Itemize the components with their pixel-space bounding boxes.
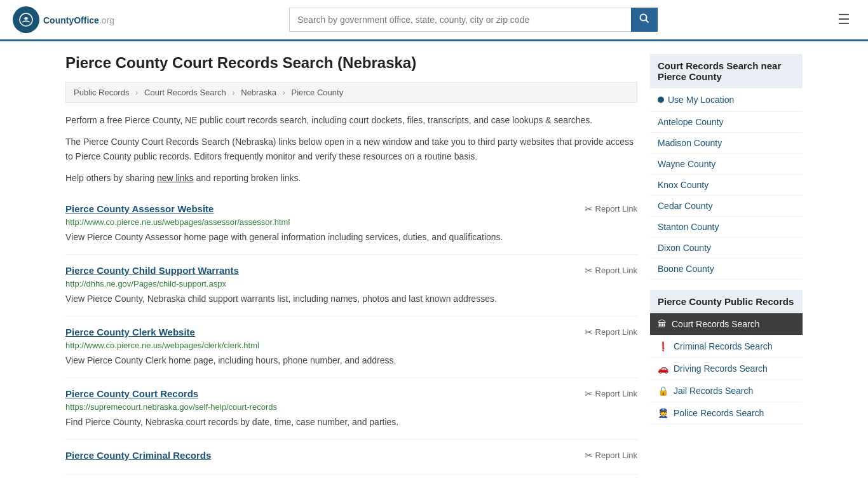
search-button[interactable] xyxy=(631,8,658,32)
result-description: Find Pierce County, Nebraska court recor… xyxy=(65,416,637,429)
sidebar-county-link[interactable]: Boone County xyxy=(658,264,714,274)
result-url[interactable]: http://www.co.pierce.ne.us/webpages/asse… xyxy=(65,217,637,227)
result-title[interactable]: Pierce County Assessor Website xyxy=(65,203,214,214)
svg-line-3 xyxy=(646,20,649,23)
list-item: Knox County xyxy=(650,175,803,196)
result-item: Pierce County Court Records ✂ Report Lin… xyxy=(65,378,637,440)
svg-point-2 xyxy=(641,15,647,21)
result-title[interactable]: Pierce County Clerk Website xyxy=(65,327,195,337)
report-link-button[interactable]: ✂ Report Link xyxy=(585,450,637,461)
sidebar-jail-records-search[interactable]: 🔒 Jail Records Search xyxy=(650,380,803,402)
sidebar-county-link[interactable]: Wayne County xyxy=(658,159,715,169)
description-3: Help others by sharing new links and rep… xyxy=(65,171,637,185)
breadcrumb-court-records-search[interactable]: Court Records Search xyxy=(144,88,226,97)
search-form xyxy=(289,8,658,32)
broken-link-icon: ✂ xyxy=(585,265,593,276)
result-item: Pierce County Assessor Website ✂ Report … xyxy=(65,193,637,255)
report-link-button[interactable]: ✂ Report Link xyxy=(585,203,637,215)
sidebar-use-my-location[interactable]: Use My Location xyxy=(650,88,803,112)
site-header: CountyOffice.org ☰ xyxy=(0,0,868,41)
logo-icon xyxy=(13,6,39,33)
jail-records-search-link[interactable]: Jail Records Search xyxy=(674,386,753,396)
list-item: Dixon County xyxy=(650,238,803,259)
main-container: Pierce County Court Records Search (Nebr… xyxy=(53,41,815,487)
result-item: Pierce County Clerk Website ✂ Report Lin… xyxy=(65,316,637,378)
description-1: Perform a free Pierce County, NE public … xyxy=(65,113,637,127)
sidebar-county-link[interactable]: Stanton County xyxy=(658,222,719,232)
content-area: Pierce County Court Records Search (Nebr… xyxy=(65,54,637,475)
result-item: Pierce County Criminal Records ✂ Report … xyxy=(65,440,637,475)
logo[interactable]: CountyOffice.org xyxy=(13,6,114,33)
list-item: Stanton County xyxy=(650,217,803,238)
result-title[interactable]: Pierce County Court Records xyxy=(65,388,198,399)
report-link-button[interactable]: ✂ Report Link xyxy=(585,327,637,338)
logo-text: CountyOffice.org xyxy=(43,13,114,27)
report-link-button[interactable]: ✂ Report Link xyxy=(585,265,637,276)
sidebar-nearby-counties: Antelope County Madison County Wayne Cou… xyxy=(650,112,803,280)
location-icon xyxy=(658,97,664,103)
broken-link-icon: ✂ xyxy=(585,203,593,215)
broken-link-icon: ✂ xyxy=(585,450,593,461)
sidebar-nearby-header: Court Records Search near Pierce County xyxy=(650,54,803,88)
sidebar-court-records-search[interactable]: 🏛 Court Records Search xyxy=(650,313,803,336)
broken-link-icon: ✂ xyxy=(585,388,593,400)
results-list: Pierce County Assessor Website ✂ Report … xyxy=(65,193,637,475)
sidebar-county-link[interactable]: Cedar County xyxy=(658,201,712,211)
result-url[interactable]: http://dhhs.ne.gov/Pages/child-support.a… xyxy=(65,279,637,288)
jail-icon: 🔒 xyxy=(658,386,668,396)
result-url[interactable]: https://supremecourt.nebraska.gov/self-h… xyxy=(65,402,637,412)
list-item: Wayne County xyxy=(650,154,803,175)
svg-point-1 xyxy=(25,17,27,20)
breadcrumb-public-records[interactable]: Public Records xyxy=(74,88,129,97)
sidebar: Court Records Search near Pierce County … xyxy=(650,54,803,475)
result-title[interactable]: Pierce County Criminal Records xyxy=(65,450,211,461)
report-link-button[interactable]: ✂ Report Link xyxy=(585,388,637,400)
hamburger-menu-button[interactable]: ☰ xyxy=(832,9,855,30)
result-url[interactable]: http://www.co.pierce.ne.us/webpages/cler… xyxy=(65,341,637,350)
sidebar-criminal-records-search[interactable]: ❗ Criminal Records Search xyxy=(650,336,803,358)
sidebar-driving-records-search[interactable]: 🚗 Driving Records Search xyxy=(650,358,803,380)
result-description: View Pierce County, Nebraska child suppo… xyxy=(65,292,637,306)
court-icon: 🏛 xyxy=(658,319,667,329)
sidebar-county-link[interactable]: Antelope County xyxy=(658,117,724,127)
page-title: Pierce County Court Records Search (Nebr… xyxy=(65,54,637,72)
list-item: Antelope County xyxy=(650,112,803,133)
driving-records-search-link[interactable]: Driving Records Search xyxy=(674,363,768,374)
list-item: Madison County xyxy=(650,133,803,154)
police-records-search-link[interactable]: Police Records Search xyxy=(674,408,764,418)
criminal-records-search-link[interactable]: Criminal Records Search xyxy=(674,341,773,351)
use-my-location-link[interactable]: Use My Location xyxy=(668,95,734,105)
list-item: Cedar County xyxy=(650,196,803,217)
driving-icon: 🚗 xyxy=(658,363,668,374)
sidebar-public-records-list: 🏛 Court Records Search ❗ Criminal Record… xyxy=(650,313,803,424)
result-title[interactable]: Pierce County Child Support Warrants xyxy=(65,265,239,276)
sidebar-county-link[interactable]: Dixon County xyxy=(658,243,711,253)
breadcrumb-nebraska[interactable]: Nebraska xyxy=(241,88,276,97)
result-item: Pierce County Child Support Warrants ✂ R… xyxy=(65,255,637,316)
sidebar-public-records-header: Pierce County Public Records xyxy=(650,290,803,313)
sidebar-county-link[interactable]: Madison County xyxy=(658,138,722,148)
police-icon: 👮 xyxy=(658,408,668,418)
new-links-link[interactable]: new links xyxy=(157,173,194,183)
broken-link-icon: ✂ xyxy=(585,327,593,338)
sidebar-police-records-search[interactable]: 👮 Police Records Search xyxy=(650,402,803,424)
search-input[interactable] xyxy=(289,8,631,32)
list-item: Boone County xyxy=(650,259,803,280)
criminal-icon: ❗ xyxy=(658,341,668,351)
breadcrumb: Public Records › Court Records Search › … xyxy=(65,82,637,103)
court-records-search-link[interactable]: Court Records Search xyxy=(672,319,760,329)
description-2: The Pierce County Court Records Search (… xyxy=(65,135,637,163)
breadcrumb-pierce-county[interactable]: Pierce County xyxy=(291,88,343,97)
result-description: View Pierce County Clerk home page, incl… xyxy=(65,354,637,367)
result-description: View Pierce County Assessor home page wi… xyxy=(65,231,637,244)
sidebar-county-link[interactable]: Knox County xyxy=(658,180,709,190)
